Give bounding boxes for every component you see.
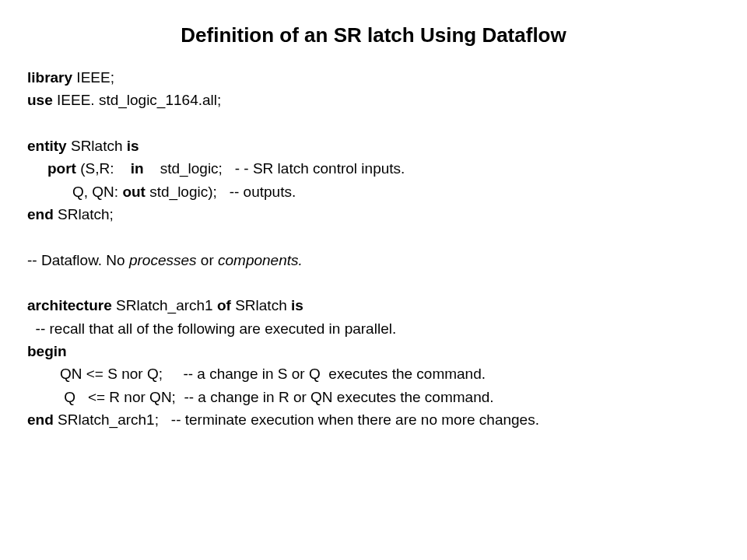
line-q: Q <= R nor QN; -- a change in R or QN ex…: [60, 386, 720, 408]
kw-of: of: [217, 297, 231, 313]
it-processes: processes: [129, 252, 197, 268]
kw-use: use: [27, 92, 53, 108]
line-comment-dataflow: -- Dataflow. No processes or components.: [27, 249, 720, 271]
line-qn: QN <= S nor Q; -- a change in S or Q exe…: [60, 362, 720, 385]
txt: or: [197, 252, 218, 268]
txt: Q, QN:: [72, 184, 122, 200]
txt: std_logic); -- outputs.: [149, 184, 296, 200]
txt: (S,R:: [80, 160, 130, 177]
txt: SRlatch;: [54, 206, 114, 222]
kw-end2: end: [27, 411, 54, 428]
line-port2: Q, QN: out std_logic); -- outputs.: [72, 180, 720, 203]
line-entity: entity SRlatch is: [27, 135, 720, 157]
code-body: library IEEE; use IEEE. std_logic_1164.a…: [27, 66, 720, 432]
line-architecture: architecture SRlatch_arch1 of SRlatch is: [27, 294, 720, 317]
txt: IEEE. std_logic_1164.all;: [53, 92, 222, 108]
kw-library: library: [27, 69, 72, 86]
txt: IEEE;: [72, 69, 114, 86]
line-comment-recall: -- recall that all of the following are …: [27, 317, 720, 340]
kw-port: port: [47, 160, 80, 177]
line-library: library IEEE;: [27, 66, 720, 89]
txt: -- Dataflow. No: [27, 252, 129, 268]
slide-title: Definition of an SR latch Using Dataflow: [27, 23, 720, 47]
txt: std_logic; - - SR latch control inputs.: [144, 160, 405, 177]
txt: SRlatch_arch1: [112, 297, 217, 313]
kw-out: out: [122, 184, 149, 200]
kw-end: end: [27, 206, 54, 222]
txt: SRlatch: [67, 138, 127, 154]
kw-is2: is: [291, 297, 303, 313]
line-end-arch: end SRlatch_arch1; -- terminate executio…: [27, 408, 720, 431]
kw-in: in: [131, 160, 144, 177]
txt: SRlatch_arch1; -- terminate execution wh…: [54, 411, 539, 428]
it-components: components.: [218, 252, 303, 268]
line-end-entity: end SRlatch;: [27, 203, 720, 226]
line-begin: begin: [27, 340, 720, 362]
kw-entity: entity: [27, 138, 67, 154]
line-use: use IEEE. std_logic_1164.all;: [27, 89, 720, 111]
kw-is: is: [127, 138, 139, 154]
txt: SRlatch: [231, 297, 291, 313]
line-port1: port (S,R: in std_logic; - - SR latch co…: [47, 157, 720, 180]
kw-architecture: architecture: [27, 297, 112, 313]
